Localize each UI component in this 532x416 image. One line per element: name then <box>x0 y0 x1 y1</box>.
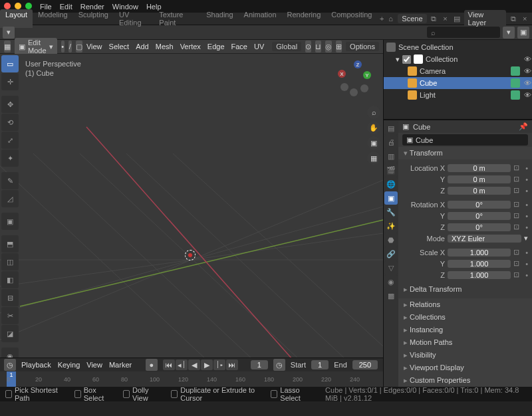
options-dropdown[interactable]: Options <box>346 42 379 51</box>
tab-compositing[interactable]: Compositing <box>326 9 377 28</box>
keyframe-dot-icon[interactable]: • <box>525 260 528 268</box>
minimize-icon[interactable] <box>15 3 21 9</box>
timeline-menu-marker[interactable]: Marker <box>109 361 132 369</box>
viewport-menu-edge[interactable]: Edge <box>207 43 225 51</box>
keyframe-dot-icon[interactable]: • <box>525 249 528 257</box>
scene-selector[interactable]: Scene <box>398 14 426 23</box>
viewport-menu-add[interactable]: Add <box>136 43 149 51</box>
bevel-tool[interactable]: ◧ <box>1 271 19 288</box>
object-tab-icon[interactable]: ▣ <box>384 191 398 205</box>
jump-start-icon[interactable]: ⏮ <box>163 360 175 370</box>
timeline-editor-icon[interactable]: ◷ <box>4 359 16 371</box>
outliner-item-camera[interactable]: Camera👁 <box>384 65 532 77</box>
visibility-icon[interactable]: 👁 <box>523 79 532 87</box>
viewport-menu-vertex[interactable]: Vertex <box>180 43 201 51</box>
mode-selector[interactable]: ▣ Edit Mode ▾ <box>15 38 57 55</box>
viewport-menu-uv[interactable]: UV <box>254 43 264 51</box>
outliner-scene-row[interactable]: Scene Collection <box>384 41 532 53</box>
value-field[interactable]: 0 m <box>448 164 511 172</box>
close-icon[interactable] <box>4 3 11 9</box>
keyframe-dot-icon[interactable]: • <box>525 175 528 183</box>
add-cube-tool[interactable]: ▣ <box>1 213 19 230</box>
rotation-mode-select[interactable]: XYZ Euler <box>448 235 521 243</box>
lock-icon[interactable]: ⊡ <box>513 270 523 279</box>
viewport-3d[interactable]: User Perspective(1) Cube ▭ ✛ ✥ ⟲ ⤢ ✦ ✎ ◿… <box>0 54 383 358</box>
new-collection-icon[interactable]: ▣ <box>517 27 529 39</box>
panel-instancing[interactable]: Instancing <box>398 324 532 336</box>
tab-shading[interactable]: Shading <box>201 9 238 28</box>
polybuild-tool[interactable]: ◪ <box>1 325 19 342</box>
value-field[interactable]: 0 m <box>448 175 511 183</box>
measure-tool[interactable]: ◿ <box>1 190 19 207</box>
pin-icon[interactable]: 📌 <box>519 122 528 131</box>
keyframe-dot-icon[interactable]: • <box>525 271 528 279</box>
object-name-input[interactable]: ▣ Cube <box>402 134 528 146</box>
timeline-menu-playback[interactable]: Playback <box>21 361 51 369</box>
keyframe-dot-icon[interactable]: • <box>525 201 528 209</box>
wireframe-icon[interactable]: ⊞ <box>336 41 342 52</box>
timeline-ruler[interactable]: 1 020406080100120140160180200220240 <box>0 371 383 387</box>
extrude-tool[interactable]: ⬒ <box>1 235 19 253</box>
orientation-selector[interactable]: Global <box>272 42 301 51</box>
viewport-menu-select[interactable]: Select <box>109 43 130 51</box>
knife-tool[interactable]: ✂ <box>1 307 19 324</box>
tab-sculpting[interactable]: Sculpting <box>73 9 114 28</box>
end-frame-field[interactable]: 250 <box>352 360 378 369</box>
panel-motion-paths[interactable]: Motion Paths <box>398 336 532 349</box>
start-frame-field[interactable]: 1 <box>311 360 329 369</box>
clone-icon[interactable]: ⧉ <box>430 14 438 23</box>
panel-viewport-display[interactable]: Viewport Display <box>398 362 532 374</box>
value-field[interactable]: 0° <box>448 212 511 220</box>
panel-transform[interactable]: Transform <box>398 147 532 159</box>
clock-icon[interactable]: ◷ <box>273 359 285 371</box>
lock-icon[interactable]: ⊡ <box>513 175 523 183</box>
zoom-icon[interactable] <box>25 3 32 9</box>
snap-icon[interactable]: ⊔ <box>315 41 321 52</box>
timeline-menu-keying[interactable]: Keying <box>58 361 80 369</box>
tab-modeling[interactable]: Modeling <box>33 9 73 28</box>
prev-key-icon[interactable]: ◂⏐ <box>176 360 188 370</box>
rotate-tool[interactable]: ⟲ <box>1 114 19 131</box>
visibility-icon[interactable]: 👁 <box>523 55 532 63</box>
render-tab-icon[interactable]: ▤ <box>384 122 398 135</box>
delete-viewlayer-icon[interactable]: × <box>521 14 529 23</box>
current-frame-field[interactable]: 1 <box>251 360 268 369</box>
edge-select-icon[interactable]: / <box>68 41 72 52</box>
annotate-tool[interactable]: ✎ <box>1 172 19 189</box>
jump-end-icon[interactable]: ⏭ <box>226 360 238 370</box>
filter-icon[interactable]: ▾ <box>503 27 515 39</box>
viewlayer-tab-icon[interactable]: ▥ <box>384 150 398 163</box>
outliner-search-input[interactable]: ⌕ <box>427 27 500 38</box>
viewport-menu-view[interactable]: View <box>86 43 102 51</box>
lock-icon[interactable]: ⊡ <box>513 259 523 268</box>
lock-icon[interactable]: ⊡ <box>513 200 523 209</box>
value-field[interactable]: 1.000 <box>448 260 511 268</box>
tab-uv-editing[interactable]: UV Editing <box>114 9 154 28</box>
play-icon[interactable]: ▶ <box>201 360 213 370</box>
move-tool[interactable]: ✥ <box>1 96 19 113</box>
texture-tab-icon[interactable]: ▩ <box>384 289 398 302</box>
next-key-icon[interactable]: ⏐▸ <box>213 360 225 370</box>
editor-type-icon[interactable]: ▦ <box>4 41 11 52</box>
physics-tab-icon[interactable]: ⬣ <box>384 233 398 247</box>
pan-viewport-icon[interactable]: ✋ <box>367 121 380 134</box>
keyframe-dot-icon[interactable]: • <box>525 212 528 220</box>
camera-view-icon[interactable]: ▣ <box>367 136 380 150</box>
inset-tool[interactable]: ◫ <box>1 253 19 270</box>
panel-delta[interactable]: Delta Transform <box>402 283 528 296</box>
value-field[interactable]: 0° <box>448 223 511 231</box>
outliner-item-cube[interactable]: Cube👁 <box>384 77 532 89</box>
lock-icon[interactable]: ⊡ <box>513 163 523 172</box>
loopcut-tool[interactable]: ⊟ <box>1 289 19 306</box>
window-traffic-lights[interactable] <box>4 3 32 9</box>
modifier-tab-icon[interactable]: 🔧 <box>384 205 398 219</box>
lock-icon[interactable]: ⊡ <box>513 186 523 195</box>
add-workspace-icon[interactable]: + <box>377 14 386 23</box>
viewlayer-selector[interactable]: View Layer <box>464 10 507 27</box>
select-box-tool[interactable]: ▭ <box>1 55 19 72</box>
lock-icon[interactable]: ⊡ <box>513 248 523 257</box>
cursor-tool[interactable]: ✛ <box>1 73 19 90</box>
mesh-tab-icon[interactable]: ▽ <box>384 261 398 274</box>
constraint-tab-icon[interactable]: 🔗 <box>384 247 398 260</box>
outliner-collection-row[interactable]: ▾ Collection 👁 <box>384 53 532 65</box>
